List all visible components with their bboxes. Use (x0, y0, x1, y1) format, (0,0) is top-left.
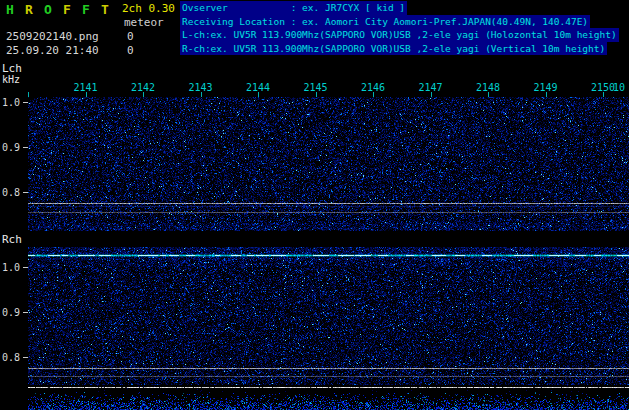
rch-freq-label: 0.8 (2, 352, 22, 363)
receiver-info-line: Ovserver : ex. JR7CYX [ kid ] (180, 1, 407, 15)
lch-freq-label: 1.0 (2, 97, 22, 108)
receiver-info-line: R-ch:ex. UV5R 113.900Mhz(SAPPORO VOR)USB… (180, 42, 607, 56)
receiver-info-line: L-ch:ex. UV5R 113.900Mhz(SAPPORO VOR)USB… (180, 28, 619, 42)
receiver-info-line: Receiving Location : ex. Aomori City Aom… (180, 15, 590, 29)
frequency-unit-label: kHz (2, 74, 20, 85)
rch-freq-label: 1.0 (2, 262, 22, 273)
app-title-letter: F (63, 2, 82, 17)
lch-freq-label: 0.8 (2, 187, 22, 198)
hrofft-window: HROFFT 2ch 0.30 meteor 0 0 2509202140.pn… (0, 0, 629, 410)
app-title-letter: O (44, 2, 63, 17)
datetime-label: 25.09.20 21:40 (6, 44, 99, 57)
app-title-letter: T (101, 2, 120, 17)
receiver-info-block: Ovserver : ex. JR7CYX [ kid ]Receiving L… (180, 1, 619, 55)
echo-count-1: 0 (127, 30, 134, 43)
signal-level-strip (28, 385, 629, 410)
app-title-letter: F (82, 2, 101, 17)
version-label: 2ch 0.30 (122, 2, 175, 15)
lch-spectrogram (28, 97, 629, 231)
rch-freq-label: 0.9 (2, 307, 22, 318)
time-axis-edge-label: 10 (610, 82, 628, 93)
output-filename: 2509202140.png (6, 30, 99, 43)
echo-count-2: 0 (127, 44, 134, 57)
rch-channel-label: Rch (2, 233, 22, 246)
app-title-letter: H (6, 2, 25, 17)
rch-spectrogram (28, 247, 629, 385)
app-title: HROFFT (6, 2, 120, 17)
lch-freq-label: 0.9 (2, 142, 22, 153)
mode-label: meteor (124, 16, 164, 29)
app-title-letter: R (25, 2, 44, 17)
